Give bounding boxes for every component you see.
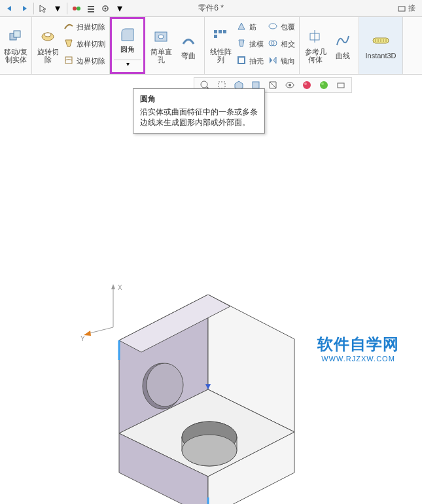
loft-cut-icon — [63, 38, 75, 50]
svg-rect-41 — [338, 83, 344, 88]
redo-button[interactable] — [17, 1, 31, 16]
reference-geometry-button[interactable]: 参考几何体 — [302, 18, 329, 72]
ribbon-group-reference: 参考几何体 曲线 — [300, 17, 359, 74]
revolve-cut-icon — [39, 27, 57, 46]
list-icon[interactable] — [84, 1, 98, 16]
wrap-icon — [268, 21, 279, 33]
axis-x-label: X — [118, 284, 122, 291]
svg-rect-4 — [88, 11, 94, 12]
ribbon-group-fillet: 圆角 ▾ — [110, 17, 145, 74]
svg-point-31 — [201, 81, 207, 88]
curves-button[interactable]: 曲线 — [329, 18, 357, 72]
svg-point-11 — [44, 33, 51, 37]
settings-gear-icon[interactable] — [98, 1, 113, 16]
linear-pattern-button[interactable]: 线性阵列 — [207, 18, 234, 72]
svg-point-0 — [73, 7, 77, 10]
svg-rect-19 — [238, 57, 245, 63]
watermark: 软件自学网 WWW.RJZXW.COM — [317, 334, 399, 363]
connect-button[interactable]: 接 — [393, 3, 419, 13]
3d-viewport[interactable]: X Y 软件自学网 WWW.RJ — [0, 92, 422, 504]
sweep-cut-icon — [63, 21, 75, 33]
shell-button[interactable]: 抽壳 — [234, 52, 266, 69]
select-tool-button[interactable] — [36, 1, 50, 16]
fillet-icon — [119, 26, 136, 45]
hide-show-icon[interactable] — [283, 79, 296, 92]
render-icon[interactable] — [334, 79, 347, 92]
wrap-button[interactable]: 包覆 — [266, 18, 297, 35]
move-copy-icon — [7, 27, 25, 46]
draft-button[interactable]: 拔模 — [234, 35, 266, 52]
svg-rect-9 — [14, 31, 20, 37]
linear-pattern-icon — [211, 27, 230, 46]
separator — [33, 3, 34, 14]
mirror-button[interactable]: 镜向 — [266, 52, 297, 69]
instant3d-button[interactable]: Instant3D — [361, 18, 400, 72]
svg-rect-17 — [223, 30, 226, 33]
mirror-icon — [268, 55, 279, 67]
boundary-cut-icon — [63, 55, 75, 67]
pattern-stack-2: 包覆 相交 镜向 — [266, 18, 297, 69]
svg-rect-3 — [88, 9, 94, 10]
svg-rect-34 — [253, 82, 259, 88]
svg-point-37 — [303, 81, 311, 89]
curves-icon — [334, 31, 352, 50]
svg-point-36 — [289, 84, 291, 86]
svg-point-39 — [320, 81, 328, 89]
bend-icon — [179, 31, 198, 50]
scene-icon[interactable] — [317, 79, 330, 92]
appearance-icon[interactable] — [300, 79, 313, 92]
shell-icon — [236, 55, 248, 67]
svg-point-59 — [182, 435, 237, 466]
fillet-dropdown[interactable]: ▾ — [114, 60, 141, 73]
boundary-cut-button[interactable]: 边界切除 — [62, 52, 107, 69]
svg-point-1 — [77, 7, 80, 10]
move-copy-bodies-button[interactable]: 移动/复制实体 — [2, 18, 29, 72]
draft-icon — [236, 38, 248, 50]
svg-rect-18 — [214, 35, 217, 38]
svg-rect-16 — [219, 30, 222, 33]
ribbon-group-instant3d: Instant3D — [359, 17, 403, 74]
sweep-cut-button[interactable]: 扫描切除 — [62, 18, 107, 35]
tooltip-body: 沿实体或曲面特征中的一条或多条边线来生成圆形内部或外部面。 — [140, 107, 258, 128]
3d-model[interactable] — [92, 295, 314, 504]
ribbon-toolbar: 移动/复制实体 旋转切除 扫描切除 放样切割 边界切除 圆角 ▾ 简单直孔 — [0, 17, 422, 75]
tooltip-title: 圆角 — [140, 94, 258, 104]
svg-rect-7 — [398, 7, 405, 11]
ref-geom-icon — [306, 27, 325, 46]
top-toolbar: ▾ ▾ 零件6 * 接 — [0, 0, 422, 17]
rib-icon — [236, 21, 248, 33]
svg-marker-43 — [111, 284, 115, 289]
pattern-stack: 筋 拔模 抽壳 — [234, 18, 266, 69]
svg-point-20 — [269, 24, 277, 29]
traffic-light-icon[interactable] — [69, 1, 84, 16]
fillet-button[interactable]: 圆角 — [114, 20, 141, 60]
watermark-text: 软件自学网 — [317, 334, 399, 355]
ribbon-group-cut: 旋转切除 扫描切除 放样切割 边界切除 — [32, 17, 110, 74]
simple-hole-button[interactable]: 简单直孔 — [147, 18, 175, 72]
section-view-icon[interactable] — [266, 79, 279, 92]
svg-rect-12 — [65, 57, 72, 63]
intersect-icon — [268, 38, 279, 50]
ribbon-group-pattern: 线性阵列 筋 拔模 抽壳 包覆 相交 镜向 — [205, 17, 300, 74]
hole-icon — [152, 27, 170, 46]
revolve-cut-button[interactable]: 旋转切除 — [34, 18, 62, 72]
dropdown-icon[interactable]: ▾ — [113, 1, 127, 16]
document-title: 零件6 * — [198, 3, 224, 14]
svg-rect-15 — [214, 30, 217, 33]
intersect-button[interactable]: 相交 — [266, 35, 297, 52]
separator — [67, 3, 67, 14]
ribbon-group-bodies: 移动/复制实体 — [0, 17, 32, 74]
rib-button[interactable]: 筋 — [234, 18, 266, 35]
undo-button[interactable] — [3, 1, 17, 16]
fillet-tooltip: 圆角 沿实体或曲面特征中的一条或多条边线来生成圆形内部或外部面。 — [133, 88, 265, 134]
bend-button[interactable]: 弯曲 — [175, 18, 202, 72]
ribbon-group-hole: 简单直孔 弯曲 — [145, 17, 205, 74]
loft-cut-button[interactable]: 放样切割 — [62, 35, 107, 52]
svg-rect-33 — [219, 82, 225, 88]
dropdown-icon[interactable]: ▾ — [50, 1, 65, 16]
svg-point-56 — [147, 363, 183, 406]
cut-stack: 扫描切除 放样切割 边界切除 — [62, 18, 107, 69]
watermark-url: WWW.RJZXW.COM — [317, 355, 399, 363]
svg-point-40 — [321, 82, 324, 85]
instant3d-icon — [372, 31, 390, 50]
